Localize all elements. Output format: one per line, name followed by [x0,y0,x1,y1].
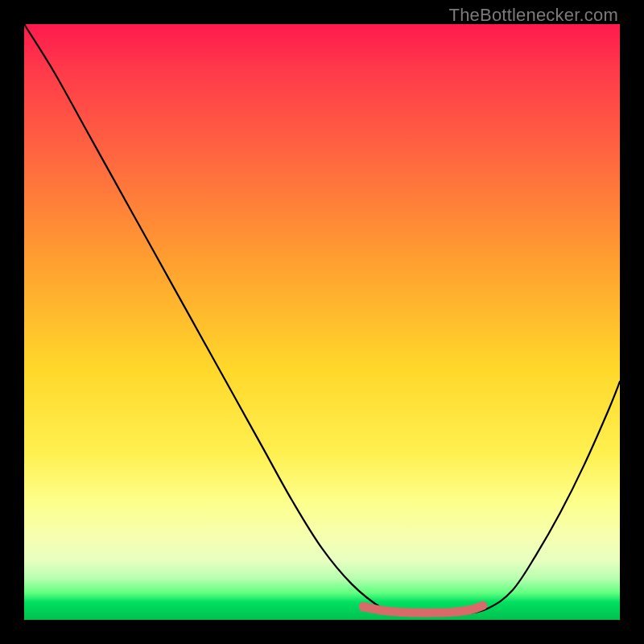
chart-container: TheBottlenecker.com [0,0,644,644]
optimal-band [364,605,483,613]
plot-area [24,24,620,620]
optimal-band-start-dot [359,602,369,612]
watermark-text: TheBottlenecker.com [449,5,618,26]
bottleneck-curve [24,24,620,614]
chart-svg [24,24,620,620]
